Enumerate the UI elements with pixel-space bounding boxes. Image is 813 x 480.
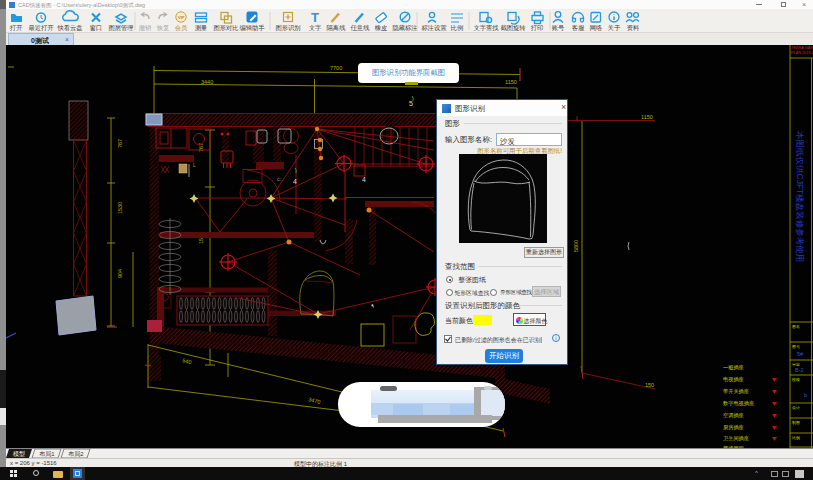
- svg-text:904: 904: [117, 269, 123, 278]
- svg-text:制图: 制图: [792, 420, 800, 426]
- svg-text:任意线: 任意线: [350, 24, 371, 31]
- svg-text:1150: 1150: [641, 114, 653, 120]
- svg-text:1530: 1530: [117, 202, 123, 214]
- svg-text:账号: 账号: [552, 24, 565, 31]
- svg-text:4: 4: [293, 178, 297, 185]
- svg-text:带开关插座: 带开关插座: [723, 388, 749, 395]
- svg-text:本图纸仅供CJFT楼盘装修参考使用: 本图纸仅供CJFT楼盘装修参考使用: [795, 131, 805, 262]
- svg-text:540: 540: [182, 357, 192, 365]
- svg-text:撤销: 撤销: [139, 24, 152, 32]
- svg-text:厨房插座: 厨房插座: [723, 424, 744, 431]
- svg-text:1150: 1150: [505, 79, 517, 85]
- svg-text:比例: 比例: [451, 24, 464, 32]
- svg-text:文字查找: 文字查找: [473, 24, 499, 31]
- svg-text:测量: 测量: [195, 24, 208, 32]
- svg-text:7700: 7700: [330, 65, 342, 71]
- svg-text:卫生间插座: 卫生间插座: [723, 435, 749, 442]
- svg-text:设计: 设计: [792, 405, 800, 410]
- svg-text:校核: 校核: [791, 377, 800, 382]
- svg-text:5: 5: [409, 100, 413, 107]
- svg-text:截图旋转: 截图旋转: [500, 24, 526, 32]
- svg-text:图名: 图名: [792, 324, 800, 329]
- svg-text:布局1: 布局1: [39, 451, 55, 458]
- svg-text:L: L: [193, 162, 196, 168]
- svg-text:网络: 网络: [590, 24, 603, 31]
- svg-text:客服: 客服: [572, 24, 585, 32]
- svg-text:关于: 关于: [608, 24, 621, 31]
- svg-text:数字电视插座: 数字电视插座: [723, 400, 754, 407]
- svg-text:隐藏标注: 隐藏标注: [392, 24, 417, 32]
- svg-text:文字: 文字: [309, 24, 322, 31]
- svg-text:编辑助手: 编辑助手: [239, 24, 265, 32]
- svg-text:TERRA GARDEN: TERRA GARDEN: [791, 46, 813, 50]
- svg-text:VIP: VIP: [178, 15, 185, 20]
- svg-text:3440: 3440: [201, 79, 213, 85]
- svg-text:最近打开: 最近打开: [28, 24, 54, 32]
- svg-text:隔离线: 隔离线: [327, 24, 347, 32]
- svg-text:B-2: B-2: [795, 367, 804, 373]
- svg-text:4: 4: [362, 176, 366, 183]
- svg-text:5800: 5800: [573, 240, 579, 252]
- svg-text:图层管理: 图层管理: [108, 24, 133, 32]
- svg-text:PLAN 2019-06: PLAN 2019-06: [791, 51, 813, 55]
- svg-text:b: b: [804, 392, 807, 398]
- svg-text:5#: 5#: [797, 351, 804, 357]
- svg-text:资料: 资料: [627, 24, 640, 31]
- svg-text:打印: 打印: [530, 24, 544, 32]
- svg-text:快看云盘: 快看云盘: [56, 24, 83, 32]
- svg-text:767: 767: [117, 139, 123, 148]
- svg-text:标注设置: 标注设置: [420, 24, 447, 32]
- svg-text:布局2: 布局2: [68, 451, 84, 458]
- svg-text:空调插座: 空调插座: [723, 412, 744, 419]
- svg-text:T: T: [311, 10, 319, 25]
- svg-text:模型: 模型: [13, 450, 25, 458]
- svg-text:电视插座: 电视插座: [723, 376, 744, 383]
- svg-text:打开: 打开: [9, 24, 23, 32]
- svg-text:一般插座: 一般插座: [723, 364, 744, 371]
- svg-text:图形对比: 图形对比: [213, 24, 238, 32]
- svg-text:恢复: 恢复: [156, 24, 170, 32]
- svg-text:c:: c:: [277, 176, 282, 182]
- svg-text:比例: 比例: [792, 435, 800, 441]
- svg-text:图号: 图号: [792, 344, 800, 349]
- svg-text:3470: 3470: [308, 396, 321, 405]
- svg-text:窗口: 窗口: [90, 24, 103, 32]
- svg-text:会员: 会员: [175, 24, 188, 31]
- svg-text:图形识别: 图形识别: [275, 24, 300, 32]
- svg-text:橡皮: 橡皮: [375, 24, 388, 32]
- svg-text:150: 150: [645, 382, 654, 388]
